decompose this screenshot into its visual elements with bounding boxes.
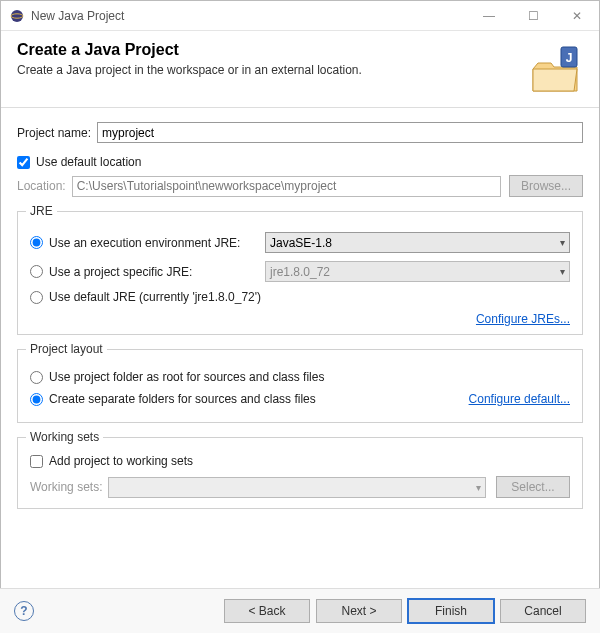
project-layout-title: Project layout — [26, 342, 107, 356]
finish-button[interactable]: Finish — [408, 599, 494, 623]
chevron-down-icon: ▾ — [560, 237, 565, 248]
jre-project-specific-label: Use a project specific JRE: — [49, 265, 259, 279]
project-name-input[interactable] — [97, 122, 583, 143]
project-name-label: Project name: — [17, 126, 91, 140]
jre-default-label: Use default JRE (currently 'jre1.8.0_72'… — [49, 290, 261, 304]
add-to-working-sets-label: Add project to working sets — [49, 454, 193, 468]
jre-exec-env-select[interactable]: JavaSE-1.8 ▾ — [265, 232, 570, 253]
header-title: Create a Java Project — [17, 41, 527, 59]
eclipse-icon — [9, 8, 25, 24]
jre-default-radio[interactable] — [30, 291, 43, 304]
jre-exec-env-label: Use an execution environment JRE: — [49, 236, 259, 250]
layout-separate-label: Create separate folders for sources and … — [49, 392, 316, 406]
dialog-footer: ? < Back Next > Finish Cancel — [0, 588, 600, 633]
jre-group: JRE Use an execution environment JRE: Ja… — [17, 211, 583, 335]
window-controls: — ☐ ✕ — [467, 1, 599, 30]
location-label: Location: — [17, 179, 66, 193]
location-input — [72, 176, 501, 197]
jre-exec-env-radio[interactable] — [30, 236, 43, 249]
dialog-header: Create a Java Project Create a Java proj… — [1, 31, 599, 108]
back-button[interactable]: < Back — [224, 599, 310, 623]
working-sets-label: Working sets: — [30, 480, 102, 494]
svg-text:J: J — [566, 51, 573, 65]
close-button[interactable]: ✕ — [555, 1, 599, 30]
add-to-working-sets-checkbox[interactable] — [30, 455, 43, 468]
jre-group-title: JRE — [26, 204, 57, 218]
jre-project-specific-select: jre1.8.0_72 ▾ — [265, 261, 570, 282]
use-default-location-checkbox[interactable] — [17, 156, 30, 169]
jre-project-specific-radio[interactable] — [30, 265, 43, 278]
header-description: Create a Java project in the workspace o… — [17, 63, 527, 77]
configure-default-link[interactable]: Configure default... — [469, 392, 570, 406]
help-icon[interactable]: ? — [14, 601, 34, 621]
maximize-button[interactable]: ☐ — [511, 1, 555, 30]
working-sets-select: ▾ — [108, 477, 486, 498]
cancel-button[interactable]: Cancel — [500, 599, 586, 623]
working-sets-title: Working sets — [26, 430, 103, 444]
next-button[interactable]: Next > — [316, 599, 402, 623]
jre-exec-env-value: JavaSE-1.8 — [270, 236, 332, 250]
layout-root-label: Use project folder as root for sources a… — [49, 370, 324, 384]
chevron-down-icon: ▾ — [476, 482, 481, 493]
layout-separate-radio[interactable] — [30, 393, 43, 406]
chevron-down-icon: ▾ — [560, 266, 565, 277]
window-title: New Java Project — [31, 9, 467, 23]
svg-point-0 — [11, 10, 23, 22]
use-default-location-label: Use default location — [36, 155, 141, 169]
working-sets-group: Working sets Add project to working sets… — [17, 437, 583, 509]
folder-java-icon: J — [527, 41, 583, 97]
jre-project-specific-value: jre1.8.0_72 — [270, 265, 330, 279]
browse-button: Browse... — [509, 175, 583, 197]
configure-jres-link[interactable]: Configure JREs... — [476, 312, 570, 326]
layout-root-radio[interactable] — [30, 371, 43, 384]
project-layout-group: Project layout Use project folder as roo… — [17, 349, 583, 423]
select-working-sets-button: Select... — [496, 476, 570, 498]
titlebar: New Java Project — ☐ ✕ — [1, 1, 599, 31]
minimize-button[interactable]: — — [467, 1, 511, 30]
